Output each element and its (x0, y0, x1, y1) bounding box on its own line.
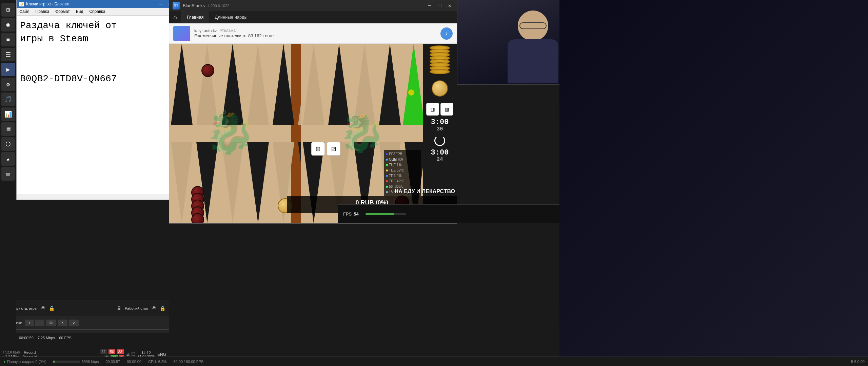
bs-minimize[interactable]: ─ (426, 3, 433, 9)
notepad-content[interactable]: Раздача ключей от игры в Steam B0QB2-DTD… (17, 16, 185, 194)
source-down-btn[interactable]: ∨ (69, 320, 79, 326)
sidebar-icon-6[interactable]: ⚙ (1, 78, 15, 91)
yellow-piece (408, 89, 414, 96)
stat-dot (386, 175, 388, 177)
food-text: НА ЕДУ И ЛЕКАРСТВО (395, 188, 455, 195)
game-area: DairkDrive 3 cerega6 (169, 44, 457, 223)
status-fps-value: 60.00 / 60.00 FPS (173, 360, 203, 364)
checker-stack (191, 186, 204, 223)
stat-text: ТЦЕ 1% (389, 162, 401, 168)
audio-lock-icon-2[interactable]: 🔒 (160, 306, 165, 311)
sidebar-icon-1[interactable]: ⊞ (1, 3, 15, 17)
status-cpu-value: CPU: 6.2% (148, 360, 166, 364)
dice-left-pair: ⚄ ⚂ (311, 142, 340, 156)
timer2-value: 3:00 (431, 149, 449, 157)
obs-audio-bar: 🔊 Звук отд. игры 👁 🔒 🖥 Рабочий стол 👁 🔒 (0, 301, 169, 316)
obs-recording-bar: 00:00:59 7.25 Mbps 60 FPS (16, 332, 169, 343)
coin-8 (430, 69, 450, 74)
bs-ad-main-text: Ежемесячные платежи от 83 162 тенге (194, 33, 436, 38)
sidebar-icon-8[interactable]: 📊 (1, 107, 15, 121)
stat-dot (386, 153, 388, 155)
notepad-titlebar: 📝 Ключи игр.txt - Блокнот ─ □ ✕ (17, 0, 185, 8)
sidebar-icon-5[interactable]: ▶ (1, 63, 15, 76)
timer1-sub: 30 (431, 126, 449, 133)
tri-7 (171, 142, 193, 223)
stat-dot (386, 180, 388, 182)
bs-nav-home[interactable]: ⌂ (169, 11, 181, 23)
status-progress-fill (53, 361, 55, 363)
green-highlight-triangle (403, 44, 425, 125)
status-time2: 00:00:00 (127, 360, 141, 364)
checker-dark-1 (201, 64, 214, 77)
timer-1: 3:00 30 (431, 118, 449, 133)
sidebar-icon-10[interactable]: ⬡ (1, 137, 15, 151)
menu-format[interactable]: Формат (54, 8, 71, 15)
status-dropped-text: Пропуск кадров 0 (0%) (7, 360, 46, 364)
sidebar-icon-4[interactable]: ☰ (1, 48, 15, 61)
status-time1: 00:00:57 (105, 360, 120, 364)
notepad-menubar: Файл Правка Формат Вид Справка (17, 8, 185, 16)
audio-desktop-icon: 🖥 (117, 306, 121, 311)
status-bitrate: 5996 kbps (53, 360, 99, 364)
stat-row: ОЦЕНКА (386, 157, 419, 162)
bs-navbar: ⌂ Главная Длинные нарды (169, 11, 457, 23)
notepad-window: 📝 Ключи игр.txt - Блокнот ─ □ ✕ Файл Пра… (16, 0, 185, 200)
audio-eye-icon-2[interactable]: 👁 (152, 306, 156, 311)
source-settings-btn[interactable]: ⚙ (46, 320, 56, 326)
status-bar: ● Пропуск кадров 0 (0%) 5996 kbps 00:00:… (0, 357, 868, 366)
sidebar-icon-3[interactable]: ≡ (1, 33, 15, 46)
status-progress-bar (53, 361, 80, 363)
stat-text: ТПЕ 4% (389, 173, 401, 179)
sidebar-icon-2[interactable]: ◉ (1, 18, 15, 32)
time-text: 14:12 (138, 351, 155, 355)
audio-eye-icon[interactable]: 👁 (41, 306, 45, 311)
sidebar-icon-11[interactable]: ★ (1, 152, 15, 166)
bs-maximize[interactable]: □ (436, 3, 443, 9)
tri-5 (273, 44, 294, 125)
die-3[interactable]: ⚅ (426, 103, 439, 116)
bs-version: 4.290.0.1022 (208, 4, 229, 8)
bs-ad-button[interactable]: › (440, 27, 453, 40)
sidebar-icon-7[interactable]: 🎵 (1, 93, 15, 106)
score-1b: 50 (108, 349, 115, 354)
add-source-btn[interactable]: + (25, 320, 34, 326)
remove-source-btn[interactable]: − (35, 320, 44, 326)
stat-dot (386, 169, 388, 171)
menu-file[interactable]: Файл (18, 8, 31, 15)
notepad-minimize[interactable]: ─ (157, 2, 164, 6)
sidebar-icon-9[interactable]: 🖥 (1, 122, 15, 136)
menu-help[interactable]: Справка (88, 8, 106, 15)
menu-edit[interactable]: Правка (34, 8, 51, 15)
checker-light-panel (432, 80, 448, 97)
bs-logo: BS (173, 2, 180, 9)
status-time2-value: 00:00:00 (127, 360, 141, 364)
notepad-statusbar (17, 194, 185, 200)
stat-row: РЕЗЕРВ (386, 151, 419, 157)
bs-nav-main[interactable]: Главная (181, 11, 209, 23)
stat-dot (386, 159, 388, 161)
menu-view[interactable]: Вид (75, 8, 85, 15)
bs-nav-game[interactable]: Длинные нарды (209, 11, 253, 23)
audio-lock-icon[interactable]: 🔒 (49, 306, 55, 311)
bs-ad-banner: kaiyi-auto.kz РЕКЛАМА Ежемесячные платеж… (169, 23, 457, 44)
source-up-btn[interactable]: ∧ (58, 320, 67, 326)
dragon-watermark-left: 🐉 (193, 96, 268, 171)
bs-close[interactable]: ✕ (446, 2, 453, 9)
fps-bar (366, 213, 406, 215)
die-1[interactable]: ⚄ (311, 142, 325, 156)
record-time: 00:00:59 (19, 336, 34, 340)
bs-titlebar: BS BlueStacks 4.290.0.1022 ─ □ ✕ (169, 0, 457, 11)
tri-1 (171, 44, 193, 125)
fps-value: 54 (354, 211, 358, 217)
upload-stat: ↑ 52,0 КБ/s (3, 350, 20, 354)
bluestacks-window: BS BlueStacks 4.290.0.1022 ─ □ ✕ ⌂ Главн… (169, 0, 457, 224)
obs-sidebar: ⊞ ◉ ≡ ☰ ▶ ⚙ 🎵 📊 🖥 ⬡ ★ ✉ ⚙ (0, 0, 16, 366)
bs-ad-provider: kaiyi-auto.kz (194, 28, 217, 33)
die-2[interactable]: ⚂ (327, 142, 340, 156)
refresh-icon[interactable] (434, 135, 445, 146)
timer1-value: 3:00 (431, 118, 449, 126)
sidebar-icon-12[interactable]: ✉ (1, 167, 15, 181)
record-label[interactable]: Record (24, 350, 36, 354)
bs-ad-image (173, 26, 190, 41)
die-4[interactable]: ⚅ (440, 103, 453, 116)
